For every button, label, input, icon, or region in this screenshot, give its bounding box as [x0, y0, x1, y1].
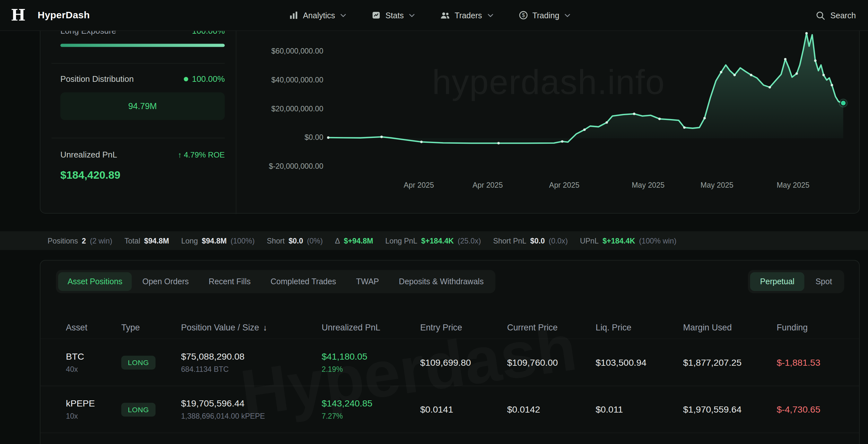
column-header-margin-used[interactable]: Margin Used — [683, 322, 776, 332]
table-cell: $1,877,207.25 — [683, 357, 776, 368]
stat-value: $+184.4K — [602, 236, 635, 245]
stats-bar: Positions2(2 win)Total$94.8MLong$94.8M(1… — [0, 231, 868, 250]
chevron-down-icon — [341, 13, 346, 17]
tab-perpetual[interactable]: Perpetual — [750, 272, 804, 291]
cell-subvalue: 10x — [66, 412, 121, 420]
chevron-down-icon — [565, 13, 570, 17]
cell-subvalue: 1,388,696,014.00 kPEPE — [181, 412, 322, 420]
cell-value: $-4,730.65 — [776, 404, 846, 415]
tab-spot[interactable]: Spot — [805, 272, 842, 291]
stat-value: $+184.4K — [421, 236, 454, 245]
nav-item-traders[interactable]: Traders — [440, 11, 493, 20]
column-header-label: Unrealized PnL — [322, 322, 380, 332]
arrow-up-icon: ↑ — [178, 150, 182, 159]
column-header-unrealized-pnl[interactable]: Unrealized PnL — [322, 322, 420, 332]
cell-value: kPEPE — [66, 399, 121, 409]
column-header-label: Asset — [66, 322, 87, 332]
stat-value: $94.8M — [144, 236, 169, 245]
long-dot-icon — [184, 77, 188, 81]
table-cell: BTC40x — [66, 351, 121, 373]
stat-item-total: Total$94.8M — [125, 236, 169, 245]
position-distribution-label: Position Distribution — [60, 74, 134, 84]
nav-item-label: Stats — [385, 11, 404, 20]
table-cell: $109,760.00 — [507, 357, 596, 368]
column-header-label: Type — [121, 322, 140, 332]
column-header-asset[interactable]: Asset — [66, 322, 121, 332]
tab-recent-fills[interactable]: Recent Fills — [199, 272, 260, 291]
nav-item-analytics[interactable]: Analytics — [289, 10, 346, 20]
tab-open-orders[interactable]: Open Orders — [133, 272, 198, 291]
column-header-label: Liq. Price — [596, 322, 631, 332]
y-axis-label: $60,000,000.00 — [271, 47, 323, 56]
column-header-position-value-size[interactable]: Position Value / Size↓ — [181, 322, 322, 332]
roe-value: 4.79% ROE — [184, 150, 225, 159]
pnl-chart-plot[interactable] — [329, 31, 846, 175]
stat-label: Long PnL — [385, 236, 417, 245]
hyperdash-logo-icon[interactable]: H — [10, 6, 27, 25]
column-header-type[interactable]: Type — [121, 322, 181, 332]
stat-item-short-pnl: Short PnL$0.0(0.0x) — [493, 236, 568, 245]
positions-card: Hyperdash Asset PositionsOpen OrdersRece… — [40, 260, 860, 444]
tab-asset-positions[interactable]: Asset Positions — [58, 272, 132, 291]
column-header-funding[interactable]: Funding — [776, 322, 846, 332]
svg-text:$: $ — [522, 12, 525, 18]
nav-item-label: Analytics — [303, 11, 335, 20]
hyperdash-page: Long Exposure 100.00% Position Distribut… — [0, 0, 868, 444]
position-distribution-value-wrap: 100.00% — [184, 74, 225, 84]
position-row-btc[interactable]: BTC40xLONG$75,088,290.08684.1134 BTC$41,… — [40, 339, 859, 386]
stat-label: Short PnL — [493, 236, 526, 245]
stat-sub: (100%) — [230, 236, 254, 245]
column-header-label: Current Price — [507, 322, 558, 332]
search-icon — [815, 10, 825, 20]
stat-value: $0.0 — [288, 236, 303, 245]
table-cell: $-1,881.53 — [776, 357, 846, 368]
x-axis-label: May 2025 — [692, 181, 742, 189]
unrealized-pnl-label: Unrealized PnL — [60, 150, 117, 159]
table-cell: $19,705,596.441,388,696,014.00 kPEPE — [181, 399, 322, 420]
nav-item-label: Trading — [532, 11, 559, 20]
column-header-current-price[interactable]: Current Price — [507, 322, 596, 332]
position-row-kpepe[interactable]: kPEPE10xLONG$19,705,596.441,388,696,014.… — [40, 386, 859, 434]
position-type-badge: LONG — [121, 403, 156, 416]
table-cell: $0.0142 — [507, 404, 596, 415]
column-header-liq-price[interactable]: Liq. Price — [596, 322, 683, 332]
brand-title[interactable]: HyperDash — [37, 9, 90, 21]
cell-value: $0.0141 — [420, 404, 507, 415]
unrealized-pnl-value: $184,420.89 — [60, 169, 120, 182]
nav-menu: Analytics Stats Traders — [289, 10, 570, 20]
column-header-entry-price[interactable]: Entry Price — [420, 322, 507, 332]
nav-item-label: Traders — [455, 11, 482, 20]
cell-subvalue: 7.27% — [322, 412, 420, 420]
tab-twap[interactable]: TWAP — [347, 272, 389, 291]
stat-sub: (25.0x) — [458, 236, 481, 245]
portfolio-overview-card: Long Exposure 100.00% Position Distribut… — [40, 0, 860, 214]
table-cell: $143,240.857.27% — [322, 399, 420, 420]
position-distribution-row: Position Distribution 100.00% — [60, 74, 225, 84]
stat-value: $94.8M — [202, 236, 227, 245]
stat-value: $0.0 — [530, 236, 545, 245]
nav-item-stats[interactable]: Stats — [372, 10, 415, 20]
chart-last-point-dot — [839, 98, 848, 107]
stat-value: $+94.8M — [344, 236, 373, 245]
y-axis-label: $40,000,000.00 — [271, 76, 323, 84]
nav-item-trading[interactable]: $ Trading — [519, 10, 570, 20]
cell-value: $0.011 — [596, 404, 683, 415]
divider — [51, 138, 225, 138]
cell-value: $-1,881.53 — [776, 357, 846, 368]
stat-label: Δ — [335, 236, 340, 245]
cell-value: $19,705,596.44 — [181, 399, 322, 409]
cell-value: BTC — [66, 351, 121, 362]
chevron-down-icon — [409, 13, 415, 17]
tab-deposits-withdrawals[interactable]: Deposits & Withdrawals — [390, 272, 493, 291]
search-button[interactable]: Search — [815, 10, 858, 20]
tab-group-left: Asset PositionsOpen OrdersRecent FillsCo… — [56, 270, 495, 293]
stat-item-: Δ$+94.8M — [335, 236, 373, 245]
position-distribution-amount-box: 94.79M — [60, 92, 225, 120]
stat-item-short: Short$0.0(0%) — [267, 236, 322, 245]
table-body: BTC40xLONG$75,088,290.08684.1134 BTC$41,… — [40, 339, 859, 433]
position-distribution-amount: 94.79M — [128, 101, 157, 111]
table-cell: $-4,730.65 — [776, 404, 846, 415]
portfolio-summary-panel: Long Exposure 100.00% Position Distribut… — [40, 0, 236, 214]
tab-completed-trades[interactable]: Completed Trades — [261, 272, 345, 291]
cell-value: $41,180.05 — [322, 351, 420, 362]
